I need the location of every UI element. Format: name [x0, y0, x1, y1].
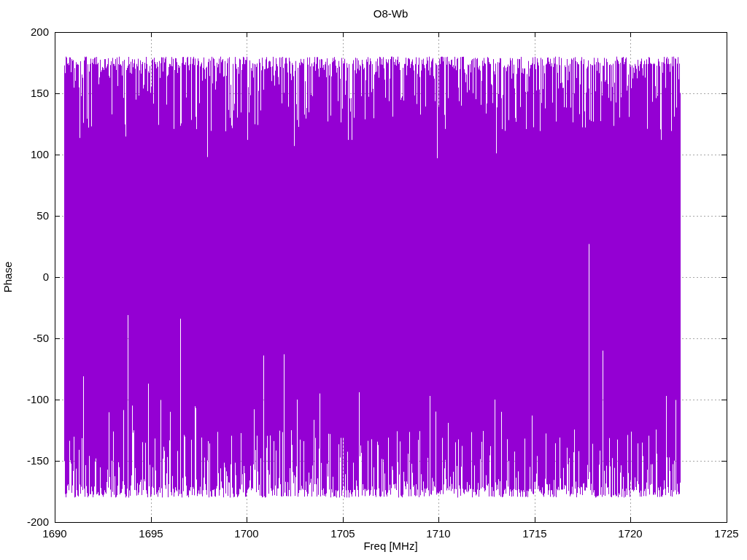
y-tick-label: 0 — [0, 271, 49, 284]
x-tick-label: 1715 — [506, 527, 564, 540]
x-tick-label: 1710 — [409, 527, 468, 540]
plot-canvas — [0, 0, 747, 560]
x-tick-label: 1700 — [217, 527, 276, 540]
x-tick-label: 1705 — [314, 527, 372, 540]
y-tick-label: 50 — [0, 209, 49, 222]
x-tick-label: 1725 — [697, 527, 747, 540]
x-tick-label: 1695 — [122, 527, 180, 540]
y-tick-label: -150 — [0, 454, 49, 467]
chart-title: O8-Wb — [55, 7, 727, 20]
phase-vs-freq-chart: O8-Wb Phase Freq [MHz] -200-150-100-5005… — [0, 0, 747, 560]
x-tick-label: 1690 — [26, 527, 84, 540]
y-tick-label: -50 — [0, 332, 49, 345]
y-tick-label: -100 — [0, 393, 49, 406]
y-tick-label: 150 — [0, 87, 49, 100]
y-tick-label: 200 — [0, 26, 49, 39]
x-tick-label: 1720 — [601, 527, 659, 540]
y-tick-label: 100 — [0, 148, 49, 161]
x-axis-label: Freq [MHz] — [55, 540, 727, 552]
